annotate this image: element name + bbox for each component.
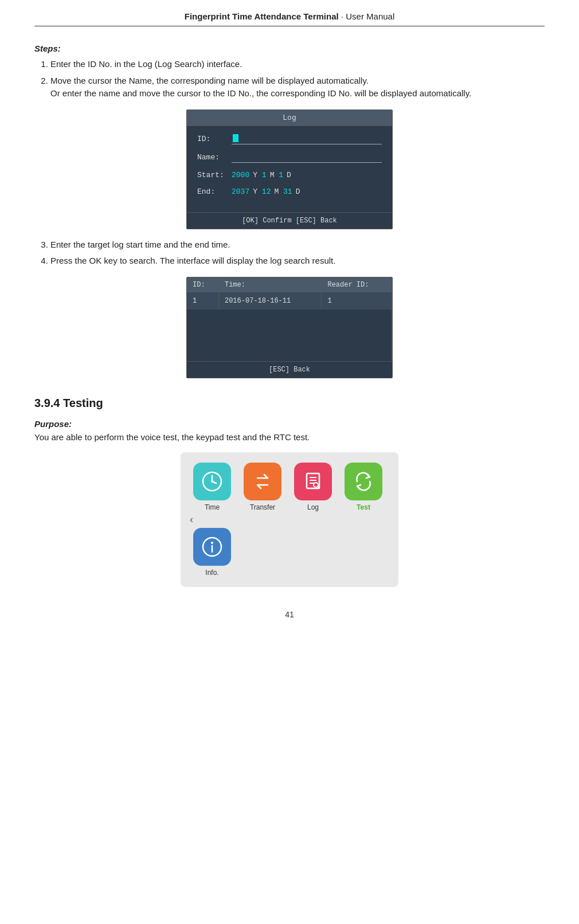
app-grid-2: Info.	[190, 528, 389, 577]
log-start-d: D	[287, 171, 291, 179]
time-icon-bg	[193, 463, 231, 500]
app-menu-container: Time Transfer	[181, 452, 398, 587]
log-start-row: Start: 2000 Y 1 M 1 D	[197, 171, 382, 179]
test-label: Test	[357, 503, 370, 511]
app-grid: Time Transfer	[190, 463, 389, 511]
log-start-y: Y	[253, 171, 262, 179]
steps-list: Enter the ID No. in the Log (Log Search)…	[50, 58, 545, 100]
log-id-input	[232, 134, 382, 144]
svg-point-3	[211, 480, 213, 483]
page-header: Fingerprint Time Attendance Terminal · U…	[34, 11, 545, 26]
log-name-label: Name:	[197, 153, 232, 162]
header-subtitle: User Manual	[346, 11, 394, 21]
svg-point-11	[211, 542, 213, 544]
log-id-row: ID:	[197, 134, 382, 144]
log-terminal-screen: Log ID: Name: Start: 2000 Y 1 M 1 D End:…	[186, 109, 393, 229]
info-icon	[201, 536, 223, 558]
app-icon-time: Time	[190, 463, 234, 511]
result-col-id: ID:	[187, 277, 218, 292]
result-terminal-screen: ID: Time: Reader ID: 1 2016-07-18-16-11 …	[186, 277, 393, 378]
result-table-header-row: ID: Time: Reader ID:	[187, 277, 392, 292]
steps-label: Steps:	[34, 44, 545, 53]
step-4: Press the OK key to search. The interfac…	[50, 255, 545, 268]
log-end-m: M	[274, 187, 283, 196]
log-end-label: End:	[197, 187, 232, 196]
result-data-row: 1 2016-07-18-16-11 1	[187, 292, 392, 310]
info-label: Info.	[205, 569, 218, 577]
transfer-icon-bg	[244, 463, 281, 500]
result-col-reader: Reader ID:	[322, 277, 392, 292]
clock-icon	[201, 471, 223, 492]
header-dot: ·	[341, 11, 346, 21]
result-empty-row-2	[187, 327, 392, 344]
log-end-month: 12	[262, 187, 271, 196]
log-id-cursor	[233, 134, 238, 142]
log-start-m: M	[270, 171, 279, 179]
test-icon-bg	[345, 463, 382, 500]
result-table: ID: Time: Reader ID: 1 2016-07-18-16-11 …	[187, 277, 392, 361]
chevron-row: ‹	[190, 514, 389, 526]
log-screen-body: ID: Name: Start: 2000 Y 1 M 1 D End: 203…	[187, 126, 392, 212]
log-screen-title: Log	[187, 110, 392, 126]
refresh-icon	[353, 471, 374, 492]
transfer-label: Transfer	[250, 503, 275, 511]
log-end-y: Y	[253, 187, 262, 196]
app-icon-log: Log	[291, 463, 335, 511]
steps-list-2: Enter the target log start time and the …	[50, 238, 545, 268]
result-id-value: 1	[187, 292, 218, 310]
log-name-input	[232, 152, 382, 163]
log-end-year: 2037	[232, 187, 249, 196]
log-search-icon	[302, 471, 324, 492]
log-end-d: D	[296, 187, 300, 196]
log-end-row: End: 2037 Y 12 M 31 D	[197, 187, 382, 196]
result-col-time: Time:	[218, 277, 321, 292]
step-2-extra: Or enter the name and move the cursor to…	[50, 88, 471, 98]
log-icon-bg	[294, 463, 332, 500]
purpose-label: Purpose:	[34, 419, 545, 429]
page-number: 41	[34, 610, 545, 619]
section-394-heading: 3.9.4 Testing	[34, 397, 545, 410]
result-reader-value: 1	[322, 292, 392, 310]
app-icon-test: Test	[341, 463, 386, 511]
step-3: Enter the target log start time and the …	[50, 238, 545, 252]
log-name-row: Name:	[197, 152, 382, 163]
result-time-value: 2016-07-18-16-11	[218, 292, 321, 310]
purpose-text: You are able to perform the voice test, …	[34, 432, 545, 442]
log-start-year: 2000	[232, 171, 249, 179]
step-1: Enter the ID No. in the Log (Log Search)…	[50, 58, 545, 71]
info-icon-bg	[193, 528, 231, 566]
log-screen-footer: [OK] Confirm [ESC] Back	[187, 212, 392, 229]
log-end-day: 31	[283, 187, 292, 196]
result-empty-row-1	[187, 310, 392, 327]
log-start-month: 1	[262, 171, 267, 179]
step-2: Move the cursor the Name, the correspond…	[50, 75, 545, 100]
log-label: Log	[307, 503, 319, 511]
app-icon-transfer: Transfer	[240, 463, 285, 511]
time-label: Time	[205, 503, 220, 511]
log-id-label: ID:	[197, 135, 232, 143]
result-empty-row-3	[187, 344, 392, 361]
log-start-label: Start:	[197, 171, 232, 179]
log-start-day: 1	[279, 171, 283, 179]
app-icon-info: Info.	[190, 528, 234, 577]
transfer-icon	[252, 471, 273, 492]
chevron-left-icon: ‹	[190, 514, 193, 526]
header-title: Fingerprint Time Attendance Terminal	[185, 11, 339, 21]
result-screen-footer: [ESC] Back	[187, 361, 392, 378]
